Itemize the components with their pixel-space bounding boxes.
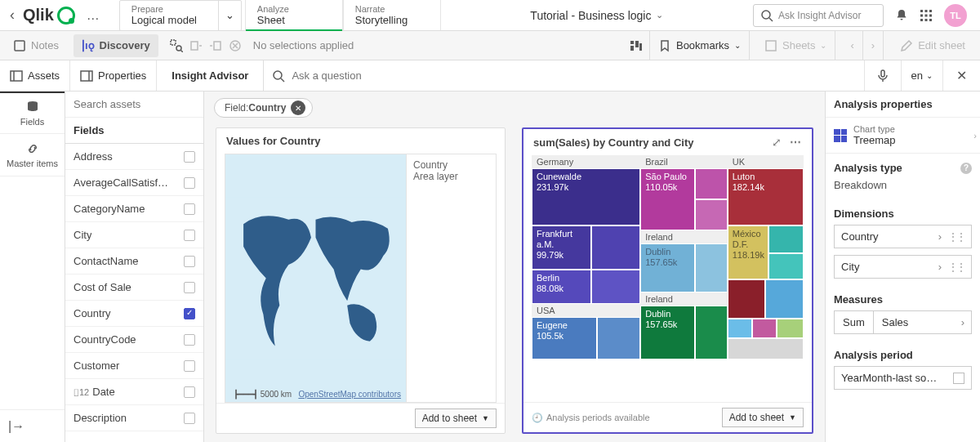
field-row[interactable]: Cost of Sale: [65, 275, 203, 301]
tm-cell[interactable]: [695, 168, 728, 199]
field-list[interactable]: AddressAverageCallSatisfa...CategoryName…: [65, 144, 203, 442]
prepare-dropdown[interactable]: ⌄: [218, 1, 241, 30]
tm-cell[interactable]: [597, 317, 640, 359]
sheets-dropdown[interactable]: Sheets ⌄: [756, 31, 835, 60]
bookmarks-dropdown[interactable]: Bookmarks ⌄: [649, 31, 750, 60]
app-menu-button[interactable]: …: [78, 8, 108, 23]
tm-cell[interactable]: [695, 306, 728, 359]
search-assets-input[interactable]: [74, 98, 195, 110]
measure-agg[interactable]: Sum: [835, 311, 874, 333]
assets-toggle[interactable]: Assets: [0, 60, 70, 91]
field-chip-country[interactable]: Field:Country ✕: [214, 98, 313, 118]
prev-sheet-button[interactable]: ‹: [842, 31, 862, 60]
avatar[interactable]: TL: [944, 4, 967, 27]
tm-cell[interactable]: [728, 279, 766, 319]
field-row[interactable]: CountryCode: [65, 327, 203, 353]
selections-tool-icon[interactable]: [630, 39, 643, 52]
logo[interactable]: Qlik: [23, 6, 75, 25]
notes-button[interactable]: Notes: [5, 34, 67, 57]
measure-sales[interactable]: Sum Sales ›: [834, 310, 972, 334]
tm-cell[interactable]: São Paulo110.05k: [640, 168, 695, 230]
field-checkbox[interactable]: [184, 230, 195, 241]
back-button[interactable]: ‹: [5, 7, 20, 24]
dimension-city[interactable]: City › ⋮⋮: [834, 255, 972, 279]
close-insight-button[interactable]: ✕: [943, 68, 980, 83]
tm-cell[interactable]: [728, 338, 804, 359]
map-viz[interactable]: ┣━━━┫ 5000 km OpenStreetMap contributors: [225, 154, 407, 403]
help-icon[interactable]: ?: [960, 163, 972, 174]
field-row[interactable]: ContactName: [65, 248, 203, 275]
dimension-country[interactable]: Country › ⋮⋮: [834, 225, 972, 248]
rail-expand-button[interactable]: |→: [0, 409, 65, 442]
field-checkbox[interactable]: [184, 413, 195, 424]
tm-cell[interactable]: Eugene105.5k: [532, 317, 597, 359]
properties-toggle[interactable]: Properties: [70, 60, 157, 91]
discovery-button[interactable]: ǀıǫ Discovery: [74, 34, 158, 57]
field-checkbox[interactable]: [184, 151, 195, 163]
rail-master-items[interactable]: Master items: [0, 134, 65, 176]
field-checkbox[interactable]: [184, 256, 195, 267]
chart-type-row[interactable]: Chart type Treemap ›: [826, 118, 980, 154]
add-to-sheet-button[interactable]: Add to sheet ▼: [722, 408, 804, 427]
tm-cell[interactable]: [591, 225, 640, 270]
tm-cell[interactable]: Dublin157.65k: [640, 243, 695, 292]
field-row[interactable]: Address: [65, 144, 203, 170]
period-checkbox[interactable]: [953, 373, 964, 384]
tab-analyze[interactable]: Analyze Sheet: [245, 0, 343, 30]
tm-cell[interactable]: México D.F.118.19k: [728, 225, 768, 279]
field-checkbox[interactable]: [184, 386, 195, 398]
field-checkbox[interactable]: [184, 282, 195, 293]
tm-cell[interactable]: [777, 319, 804, 338]
smart-search-icon[interactable]: [170, 39, 183, 52]
field-checkbox[interactable]: [184, 334, 195, 346]
tm-cell[interactable]: [765, 279, 804, 319]
add-to-sheet-button[interactable]: Add to sheet ▼: [415, 409, 497, 428]
app-title[interactable]: Tutorial - Business logic ⌄: [444, 9, 750, 22]
tab-narrate[interactable]: Narrate Storytelling: [343, 0, 441, 30]
tm-cell[interactable]: [591, 270, 640, 304]
map-attribution[interactable]: OpenStreetMap contributors: [298, 390, 401, 399]
treemap-viz[interactable]: Germany Brazil UK Cunewalde231.97k Frank…: [532, 155, 804, 359]
field-checkbox[interactable]: [184, 360, 195, 372]
field-row[interactable]: Country: [65, 301, 203, 327]
drag-handle-icon[interactable]: ⋮⋮: [948, 231, 964, 243]
chip-remove-button[interactable]: ✕: [291, 100, 305, 115]
tab-prepare[interactable]: Prepare Logical model: [120, 4, 218, 26]
voice-input-button[interactable]: [864, 60, 901, 91]
drag-handle-icon[interactable]: ⋮⋮: [948, 261, 964, 273]
app-launcher-icon[interactable]: [920, 9, 933, 22]
tm-cell[interactable]: Berlin88.08k: [532, 270, 591, 304]
tm-cell[interactable]: [695, 199, 728, 230]
ask-question-input[interactable]: [292, 65, 855, 87]
tm-cell[interactable]: [768, 253, 804, 279]
insight-advisor-search[interactable]: Ask Insight Advisor: [753, 4, 884, 27]
step-forward-icon[interactable]: [209, 39, 222, 52]
period-row[interactable]: YearMonth-last sorte…: [834, 366, 972, 390]
tm-cell[interactable]: [728, 319, 752, 338]
bell-icon[interactable]: [895, 9, 908, 22]
field-checkbox[interactable]: [184, 203, 195, 215]
field-checkbox[interactable]: [184, 177, 195, 189]
field-row[interactable]: Customer: [65, 353, 203, 379]
edit-sheet-button[interactable]: Edit sheet: [890, 39, 975, 52]
tm-cell[interactable]: Cunewalde231.97k: [532, 168, 640, 225]
tm-cell[interactable]: Dublin Dublin157.65k: [640, 306, 695, 359]
next-sheet-button[interactable]: ›: [863, 31, 884, 60]
more-icon[interactable]: ⋯: [790, 136, 802, 149]
fullscreen-icon[interactable]: ⤢: [772, 136, 782, 149]
card-treemap-body[interactable]: Germany Brazil UK Cunewalde231.97k Frank…: [523, 155, 812, 402]
tm-cell[interactable]: [695, 243, 728, 292]
field-row[interactable]: ⌷12Date: [65, 379, 203, 405]
field-row[interactable]: AverageCallSatisfa...: [65, 170, 203, 196]
step-back-icon[interactable]: [189, 39, 203, 52]
language-dropdown[interactable]: en ⌄: [901, 60, 943, 91]
tm-cell[interactable]: [768, 225, 804, 253]
tm-cell[interactable]: Frankfurt a.M.99.79k: [532, 225, 591, 270]
tm-cell[interactable]: [752, 319, 777, 338]
field-row[interactable]: CategoryName: [65, 196, 203, 222]
tm-cell[interactable]: Luton182.14k: [728, 168, 804, 225]
rail-fields[interactable]: Fields: [0, 92, 65, 134]
field-row[interactable]: Description: [65, 405, 203, 431]
periods-note[interactable]: 🕘 Analysis periods available: [532, 413, 650, 423]
field-checkbox[interactable]: [184, 308, 195, 319]
